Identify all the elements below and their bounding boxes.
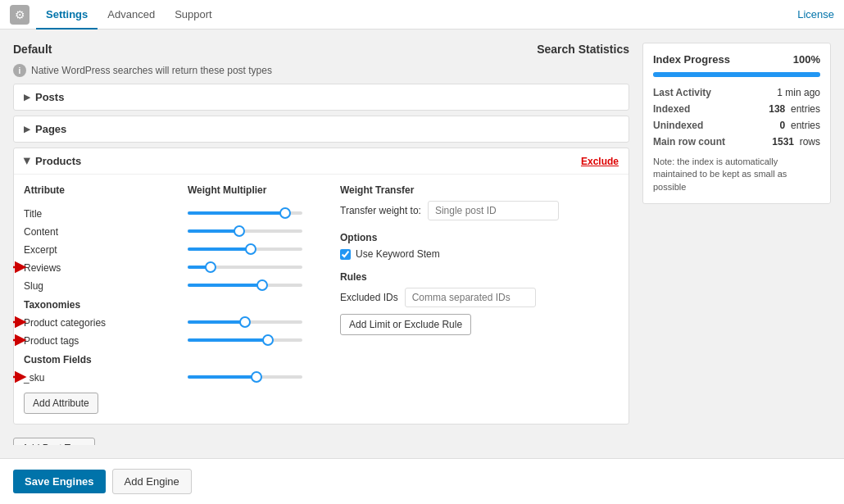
attr-excerpt: Excerpt (24, 243, 188, 256)
keyword-stem-checkbox[interactable] (340, 249, 351, 260)
slider-excerpt[interactable] (188, 243, 319, 256)
slider-thumb-reviews[interactable] (205, 261, 216, 273)
attributes-col: Attribute (24, 184, 188, 204)
slider-thumb-product-categories[interactable] (239, 316, 251, 328)
slider-sku[interactable] (188, 370, 319, 384)
options-label: Options (340, 232, 619, 243)
pages-label: Pages (35, 123, 66, 135)
products-label: Products (35, 155, 81, 167)
slider-thumb-sku[interactable] (251, 371, 262, 383)
weight-transfer-label: Weight Transfer (340, 184, 619, 196)
slider-track-content (188, 229, 302, 233)
posts-header[interactable]: ▶ Posts (14, 84, 628, 110)
transfer-to-label: Transfer weight to: (340, 205, 421, 216)
slider-title[interactable] (188, 207, 319, 220)
top-nav: ⚙ Settings Advanced Support License (0, 0, 844, 30)
transfer-to-input[interactable] (428, 201, 559, 220)
attr-content: Content (24, 225, 188, 238)
slider-content[interactable] (188, 225, 319, 238)
ip-header: Index Progress 100% (653, 53, 820, 66)
slider-track-reviews (188, 266, 302, 269)
options-section: Options Use Keyword Stem (340, 232, 619, 260)
arrow-sku (13, 369, 25, 385)
arrow-reviews (13, 259, 25, 275)
info-note: i Native WordPress searches will return … (13, 64, 629, 77)
progress-bar-fill (653, 72, 820, 77)
slider-fill-sku (188, 375, 256, 379)
posts-arrow: ▶ (24, 93, 30, 102)
excluded-ids-label: Excluded IDs (340, 292, 398, 303)
license-link[interactable]: License (797, 8, 834, 20)
ip-main-row-count-value: 1531 rows (772, 136, 820, 148)
slider-thumb-excerpt[interactable] (245, 243, 256, 255)
ip-last-activity-value: 1 min ago (777, 87, 820, 98)
taxonomies-header: Taxonomies (24, 294, 327, 313)
ip-indexed-label: Indexed (653, 103, 690, 115)
ip-percent: 100% (793, 53, 820, 66)
tab-support[interactable]: Support (165, 1, 222, 30)
section-header: Default Search Statistics (13, 43, 629, 56)
weight-transfer-row: Transfer weight to: (340, 201, 619, 220)
attr-sku: _sku (24, 371, 188, 384)
slider-product-tags[interactable] (188, 334, 319, 347)
progress-bar (653, 72, 820, 77)
tab-settings[interactable]: Settings (36, 1, 98, 30)
weight-transfer-section: Weight Transfer Transfer weight to: (340, 184, 619, 220)
slider-track-excerpt (188, 247, 302, 251)
add-rule-button[interactable]: Add Limit or Exclude Rule (340, 314, 471, 335)
index-progress-panel: Index Progress 100% Last Activity 1 min … (642, 43, 831, 204)
ip-last-activity-label: Last Activity (653, 87, 711, 98)
slider-fill-slug (188, 284, 262, 287)
info-note-text: Native WordPress searches will return th… (31, 65, 272, 76)
slider-thumb-content[interactable] (234, 225, 245, 237)
search-statistics-link[interactable]: Search Statistics (537, 43, 629, 56)
attr-product-tags: Product tags (24, 334, 188, 347)
main-panel: Default Search Statistics i Native WordP… (13, 43, 629, 445)
ip-main-row-count-label: Main row count (653, 136, 725, 148)
excluded-ids-input[interactable] (405, 288, 536, 307)
add-attribute-button[interactable]: Add Attribute (24, 393, 98, 414)
posts-row: ▶ Posts (13, 84, 629, 111)
add-engine-button[interactable]: Add Engine (112, 469, 192, 494)
ip-main-row-count-row: Main row count 1531 rows (653, 136, 820, 148)
weight-col-header: Weight Multiplier (188, 184, 319, 196)
weight-transfer-col: Weight Transfer Transfer weight to: Opti… (327, 184, 619, 414)
slider-track-slug (188, 284, 302, 287)
products-header-left: ▶ Products (24, 155, 81, 167)
ip-note: Note: the index is automatically maintai… (653, 156, 820, 193)
products-section: ▶ Products Exclude Attribute Weight Mult… (13, 148, 629, 425)
slider-fill-title (188, 211, 285, 215)
slider-thumb-product-tags[interactable] (262, 334, 274, 346)
nav-tabs: Settings Advanced Support (36, 0, 222, 29)
slider-track-product-tags (188, 338, 302, 342)
add-post-type-button[interactable]: Add Post Type (13, 438, 95, 445)
exclude-link[interactable]: Exclude (581, 156, 619, 167)
slider-slug[interactable] (188, 279, 319, 292)
excluded-ids-row: Excluded IDs (340, 288, 619, 307)
app-icon: ⚙ (10, 5, 29, 25)
keyword-stem-label: Use Keyword Stem (356, 248, 440, 260)
slider-reviews[interactable] (188, 261, 319, 274)
pages-arrow: ▶ (24, 125, 30, 134)
attr-slug: Slug (24, 279, 188, 292)
slider-product-categories[interactable] (188, 316, 319, 329)
arrow-product-tags (13, 332, 25, 348)
products-header[interactable]: ▶ Products Exclude (14, 148, 628, 175)
slider-thumb-slug[interactable] (256, 279, 268, 291)
attr-product-categories: Product categories (24, 316, 188, 329)
section-title: Default (13, 43, 52, 56)
slider-track-title (188, 211, 302, 215)
attributes-list: Title (24, 204, 327, 414)
info-icon: i (13, 64, 26, 77)
ip-last-activity-row: Last Activity 1 min ago (653, 87, 820, 98)
save-engines-button[interactable]: Save Engines (13, 470, 106, 493)
slider-thumb-title[interactable] (279, 207, 291, 219)
attribute-col-header: Attribute (24, 184, 188, 196)
bottom-bar: Save Engines Add Engine (0, 458, 844, 504)
products-content: Attribute Weight Multiplier Title (14, 175, 628, 424)
products-arrow: ▶ (23, 158, 32, 165)
pages-header[interactable]: ▶ Pages (14, 116, 628, 142)
tab-advanced[interactable]: Advanced (98, 1, 165, 30)
slider-fill-excerpt (188, 247, 251, 251)
slider-track-sku (188, 375, 302, 379)
